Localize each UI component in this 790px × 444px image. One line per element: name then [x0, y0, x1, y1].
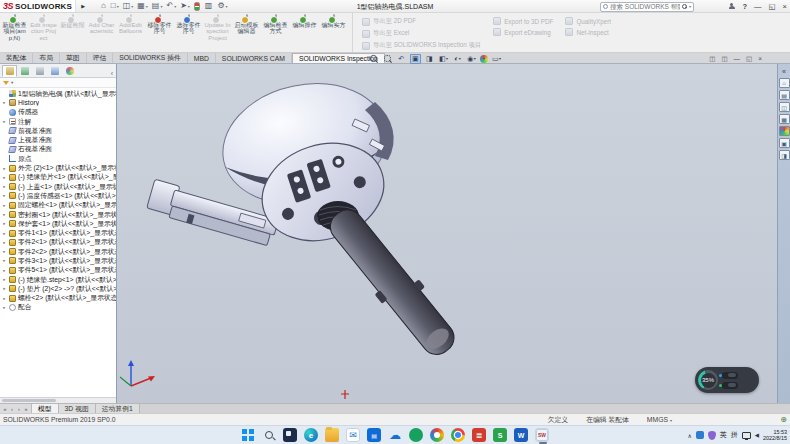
expand-arrow-icon[interactable]: ▸ [2, 258, 7, 263]
expand-arrow-icon[interactable]: ▸ [2, 175, 7, 180]
tree-item[interactable]: ▸ 零件2<2> (默认<<默认>_显示状态 [0, 247, 116, 256]
doc-window-control[interactable]: — [734, 55, 741, 62]
task-pane-icon[interactable]: ◫ [779, 102, 790, 112]
taskbar-app-icon[interactable]: ▤ [367, 428, 381, 442]
document-tab[interactable]: 运动算例1 [96, 404, 140, 413]
zoom-dial[interactable]: 35% [698, 370, 718, 390]
quick-access-icon[interactable]: ▤ ▾ [152, 2, 163, 10]
task-pane-icon[interactable]: ⌂ [779, 78, 790, 88]
export-button[interactable]: 导出至 SOLIDWORKS Inspection 项目 [362, 41, 481, 50]
command-tab[interactable]: 布局 [33, 53, 60, 63]
tree-item[interactable]: ▸ (-) 垫片 (2)<2> ->? (默认<<默认> [0, 284, 116, 293]
quick-access-icon[interactable]: ▦ ▾ [137, 2, 148, 10]
command-tab[interactable]: SOLIDWORKS CAM [216, 53, 292, 63]
taskbar-app-icon[interactable] [283, 428, 297, 442]
task-pane-icon[interactable]: ▦ [779, 114, 790, 124]
view-tool-icon[interactable]: ↶ [396, 54, 407, 64]
view-tool-icon[interactable]: ◉ ▾ [466, 54, 477, 64]
configurationmanager-tab[interactable] [32, 65, 47, 77]
graphics-viewport[interactable]: 35% [117, 64, 777, 403]
recorder-toggle-blue[interactable] [722, 372, 738, 379]
doc-window-control[interactable]: × [758, 55, 762, 62]
expand-arrow-icon[interactable]: ▸ [2, 212, 7, 217]
tree-item[interactable]: ▸ History [0, 98, 116, 107]
tree-item[interactable]: 前视基准面 [0, 126, 116, 135]
tree-item[interactable]: 传感器 [0, 108, 116, 117]
display-icon[interactable] [742, 432, 751, 439]
search-caret-icon[interactable]: ▾ [689, 4, 691, 9]
tree-item[interactable]: 1型铝轴热电偶 (默认<默认_显示状态-1 [0, 89, 116, 98]
ime-language-indicator[interactable]: 英 [720, 430, 727, 440]
command-tab[interactable]: SOLIDWORKS 插件 [113, 53, 188, 63]
tree-item[interactable]: ▸ 零件2<1> (默认<<默认>_显示状态 [0, 238, 116, 247]
ribbon-button[interactable]: Update Inspection Project [203, 13, 232, 52]
recorder-toggle-green[interactable] [722, 382, 738, 389]
taskbar-app-icon[interactable]: ≣ [472, 428, 486, 442]
tree-item[interactable]: ▸ 固定螺栓<1> (默认<<默认>_显示 [0, 201, 116, 210]
propertymanager-tab[interactable] [17, 65, 32, 77]
search-input[interactable] [610, 3, 680, 10]
ribbon-button[interactable]: Add/Edit Balloons [116, 13, 145, 52]
task-pane-icon[interactable]: « [779, 66, 790, 76]
expand-arrow-icon[interactable]: ▸ [2, 305, 7, 310]
expand-arrow-icon[interactable]: ▸ [2, 277, 7, 282]
displaymanager-tab[interactable] [62, 65, 77, 77]
quick-access-icon[interactable]: ◫ ▾ [123, 2, 134, 10]
task-pane-icon[interactable]: ▣ [779, 138, 790, 148]
taskbar-app-icon[interactable] [451, 428, 465, 442]
tab-scroll-arrow-icon[interactable]: » [23, 406, 29, 412]
task-pane-icon[interactable]: ◨ [779, 150, 790, 160]
volume-icon[interactable]: ◀ [755, 432, 759, 438]
doc-window-control[interactable]: ◫ [721, 55, 727, 63]
ribbon-button[interactable]: 移除零件序号 [145, 13, 174, 52]
tree-item[interactable]: ▸ (-) 绝缘垫片<1> (默认<<默认>_显 [0, 173, 116, 182]
quick-access-icon[interactable]: ➤ ▾ [180, 2, 190, 10]
units-selector[interactable]: MMGS▾ [647, 416, 672, 423]
menu-flyout-icon[interactable]: ▶ [81, 3, 85, 9]
doc-window-control[interactable]: ◱ [746, 55, 752, 63]
export-button[interactable]: 导出至 2D PDF [362, 17, 481, 26]
taskbar-app-icon[interactable] [409, 428, 423, 442]
taskbar-app-icon[interactable] [325, 428, 339, 442]
ribbon-button[interactable]: 新建检查项目(amp;N) [0, 13, 29, 52]
document-tab[interactable]: 3D 视图 [59, 404, 96, 413]
ribbon-button[interactable]: 编辑操作 [290, 13, 319, 52]
tree-item[interactable]: ▸ 密封圈<1> (默认<<默认>_显示状 [0, 210, 116, 219]
ribbon-button[interactable]: 启动模板编辑器 [232, 13, 261, 52]
taskbar-app-icon[interactable]: S [493, 428, 507, 442]
expand-arrow-icon[interactable]: ▸ [2, 231, 7, 236]
tree-item[interactable]: ▸ 零件5<1> (默认<<默认>_显示状态 [0, 266, 116, 275]
tree-item[interactable]: 原点 [0, 154, 116, 163]
expand-arrow-icon[interactable]: ▸ [2, 203, 7, 208]
taskbar-app-icon[interactable]: ☁ [388, 428, 402, 442]
taskbar-app-icon[interactable]: ✉ [346, 428, 360, 442]
recorder-zoom-widget[interactable]: 35% [695, 367, 759, 393]
quick-access-icon[interactable]: ▥ [205, 2, 214, 10]
ime-mode-indicator[interactable]: 拼 [731, 430, 738, 440]
expand-arrow-icon[interactable]: ▸ [2, 249, 7, 254]
ribbon-button[interactable]: 编辑实方 [319, 13, 348, 52]
tray-chevron-up-icon[interactable]: ∧ [687, 432, 691, 439]
minimize-button[interactable]: — [754, 2, 762, 11]
search-icon[interactable] [682, 4, 687, 9]
tree-item[interactable]: ▸ 零件1<1> (默认<<默认>_显示状态 [0, 228, 116, 237]
help-icon[interactable]: ? [742, 2, 747, 11]
search-box[interactable]: ▾ [600, 2, 694, 12]
export-button[interactable]: Export eDrawing [493, 28, 553, 36]
expand-arrow-icon[interactable]: ▸ [2, 296, 7, 301]
featuremanager-tab[interactable] [2, 65, 17, 77]
panel-horizontal-scrollbar[interactable] [0, 397, 116, 403]
tab-scroll-arrow-icon[interactable]: › [16, 406, 22, 412]
taskbar-app-icon[interactable] [241, 428, 255, 442]
expand-arrow-icon[interactable]: ▸ [2, 268, 7, 273]
tree-item[interactable]: ▸ 外壳 (2)<1> (默认<<默认>_显示状 [0, 163, 116, 172]
task-pane-icon[interactable] [779, 126, 790, 136]
quick-access-icon[interactable]: ↶ ▾ [166, 2, 176, 10]
web-status-icon[interactable]: ⊕ [780, 416, 787, 424]
expand-arrow-icon[interactable]: ▸ [2, 221, 7, 226]
tree-item[interactable]: ▸ 零件3<1> (默认<<默认>_显示状态 [0, 256, 116, 265]
ribbon-button[interactable]: 新建检报 [58, 13, 87, 52]
tray-app-icon[interactable] [696, 431, 704, 439]
taskbar-app-icon[interactable] [430, 428, 444, 442]
view-tool-icon[interactable] [368, 54, 379, 64]
